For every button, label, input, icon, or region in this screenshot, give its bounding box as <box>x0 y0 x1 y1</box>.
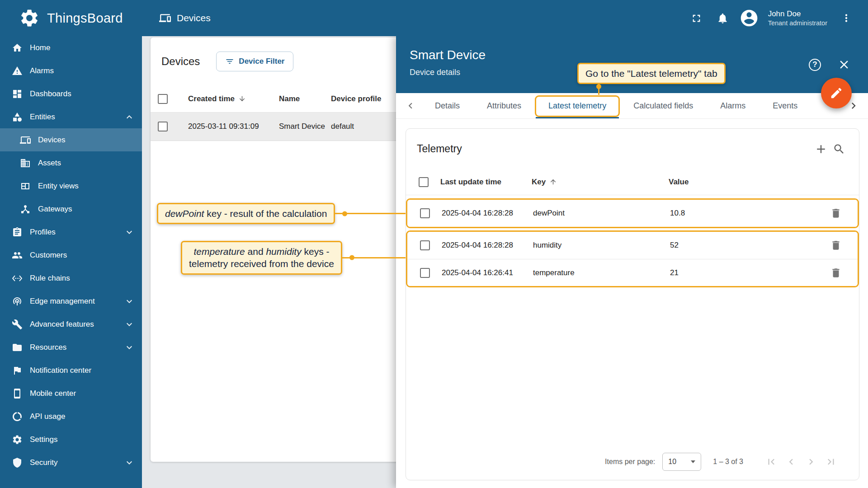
sidebar-item-entity-views[interactable]: Entity views <box>0 174 142 197</box>
last-page-button[interactable] <box>821 452 841 472</box>
close-icon[interactable] <box>837 58 851 71</box>
user-menu-button[interactable] <box>836 8 856 28</box>
gear-icon <box>12 434 23 445</box>
sidebar-item-entities[interactable]: Entities <box>0 105 142 128</box>
value-cell: 21 <box>670 268 821 277</box>
edit-device-fab[interactable] <box>821 78 852 108</box>
sidebar-item-settings[interactable]: Settings <box>0 428 142 451</box>
add-telemetry-button[interactable] <box>812 140 830 158</box>
table-row[interactable]: 2025-04-04 16:28:28 humidity 52 <box>407 232 858 259</box>
tab-events[interactable]: Events <box>759 93 811 118</box>
telemetry-title: Telemetry <box>417 143 462 155</box>
sidebar: Home Alarms Dashboards Entities Devices … <box>0 36 142 488</box>
items-per-page-label: Items per page: <box>605 458 655 466</box>
rule-chains-icon <box>12 273 23 284</box>
tab-attributes[interactable]: Attributes <box>473 93 535 118</box>
annotation-tab-callout: Go to the "Latest telemetry" tab <box>577 63 726 84</box>
tab-alarms[interactable]: Alarms <box>707 93 759 118</box>
sort-asc-icon <box>549 178 557 186</box>
key-cell: humidity <box>533 241 670 250</box>
row-checkbox[interactable] <box>420 240 430 250</box>
home-icon <box>12 42 23 53</box>
search-icon <box>833 143 845 155</box>
sidebar-item-customers[interactable]: Customers <box>0 244 142 267</box>
sidebar-item-profiles[interactable]: Profiles <box>0 221 142 244</box>
value-cell: 10.8 <box>670 209 821 218</box>
annotation-dot <box>349 255 354 260</box>
delete-telemetry-button[interactable] <box>830 267 842 279</box>
annotation-text: temperature and humidity keys - telemetr… <box>181 241 342 275</box>
first-page-button[interactable] <box>761 452 781 472</box>
page-size-select[interactable]: 10 <box>662 453 701 471</box>
previous-page-button[interactable] <box>781 452 801 472</box>
annotation-connector <box>598 84 599 95</box>
details-subtitle: Device details <box>410 68 486 77</box>
sidebar-item-home[interactable]: Home <box>0 36 142 59</box>
edge-icon <box>12 296 23 307</box>
select-all-checkbox[interactable] <box>158 94 168 104</box>
sidebar-item-edge-management[interactable]: Edge management <box>0 290 142 313</box>
avatar[interactable] <box>739 8 759 28</box>
sort-desc-icon <box>238 95 246 103</box>
row-checkbox[interactable] <box>420 208 430 218</box>
thingsboard-app: ThingsBoard Devices John Doe Tenant admi… <box>0 0 868 488</box>
sidebar-item-alarms[interactable]: Alarms <box>0 59 142 82</box>
device-details-panel: Smart Device Device details ? Details At… <box>396 36 868 488</box>
sidebar-item-gateways[interactable]: Gateways <box>0 197 142 221</box>
table-row[interactable]: 2025-04-04 16:28:28 dewPoint 10.8 <box>407 200 858 227</box>
filter-icon <box>225 57 234 66</box>
annotation-connector <box>342 257 406 258</box>
tab-latest-telemetry[interactable]: Latest telemetry <box>535 93 620 118</box>
devices-icon <box>20 135 31 145</box>
sidebar-item-rule-chains[interactable]: Rule chains <box>0 267 142 290</box>
sidebar-item-security[interactable]: Security <box>0 451 142 474</box>
search-button[interactable] <box>830 140 848 158</box>
chevron-down-icon <box>124 342 135 353</box>
sidebar-item-advanced-features[interactable]: Advanced features <box>0 313 142 336</box>
fullscreen-button[interactable] <box>687 8 707 28</box>
device-filter-button[interactable]: Device Filter <box>216 52 293 71</box>
notifications-button[interactable] <box>713 8 733 28</box>
chevron-left-icon <box>785 456 797 468</box>
table-row[interactable]: 2025-04-04 16:26:41 temperature 21 <box>407 259 858 286</box>
user-info[interactable]: John Doe Tenant administrator <box>768 9 827 27</box>
column-last-update-time[interactable]: Last update time <box>440 178 532 187</box>
chevron-up-icon <box>124 112 135 122</box>
first-page-icon <box>765 456 777 468</box>
row-checkbox[interactable] <box>158 122 168 131</box>
time-cell: 2025-04-04 16:28:28 <box>442 241 533 250</box>
help-button[interactable]: ? <box>809 59 821 71</box>
next-page-button[interactable] <box>801 452 821 472</box>
annotation-text: dewPoint key - result of the calculation <box>157 203 335 224</box>
sidebar-item-api-usage[interactable]: API usage <box>0 405 142 428</box>
column-name[interactable]: Name <box>279 94 331 103</box>
brand[interactable]: ThingsBoard <box>0 8 142 28</box>
annotation-highlight-received-rows: 2025-04-04 16:28:28 humidity 52 2025-04-… <box>406 230 859 287</box>
sidebar-item-dashboards[interactable]: Dashboards <box>0 82 142 105</box>
tabs-scroll-left-button[interactable] <box>400 93 421 118</box>
sidebar-item-notification-center[interactable]: Notification center <box>0 359 142 382</box>
telemetry-card-header: Telemetry <box>406 129 859 169</box>
sidebar-item-mobile-center[interactable]: Mobile center <box>0 382 142 405</box>
sidebar-item-assets[interactable]: Assets <box>0 151 142 174</box>
delete-telemetry-button[interactable] <box>830 239 842 251</box>
column-created-time[interactable]: Created time <box>188 94 279 103</box>
delete-telemetry-button[interactable] <box>830 207 842 219</box>
column-value[interactable]: Value <box>669 178 823 187</box>
column-key[interactable]: Key <box>532 178 669 187</box>
annotation-dot <box>342 211 347 216</box>
smartphone-icon <box>12 388 23 399</box>
select-all-checkbox[interactable] <box>419 177 429 187</box>
annotation-received-callout: temperature and humidity keys - telemetr… <box>181 241 406 275</box>
sidebar-item-devices[interactable]: Devices <box>0 128 142 151</box>
time-cell: 2025-04-04 16:28:28 <box>442 209 533 218</box>
row-checkbox[interactable] <box>420 268 430 278</box>
details-title-block: Smart Device Device details <box>396 36 486 93</box>
name-cell: Smart Device <box>279 122 331 131</box>
tab-calculated-fields[interactable]: Calculated fields <box>620 93 707 118</box>
sidebar-item-resources[interactable]: Resources <box>0 336 142 359</box>
details-tabs: Details Attributes Latest telemetry Calc… <box>396 93 868 119</box>
tools-icon <box>12 319 23 330</box>
page-title: Devices <box>159 12 211 24</box>
tab-details[interactable]: Details <box>421 93 473 118</box>
